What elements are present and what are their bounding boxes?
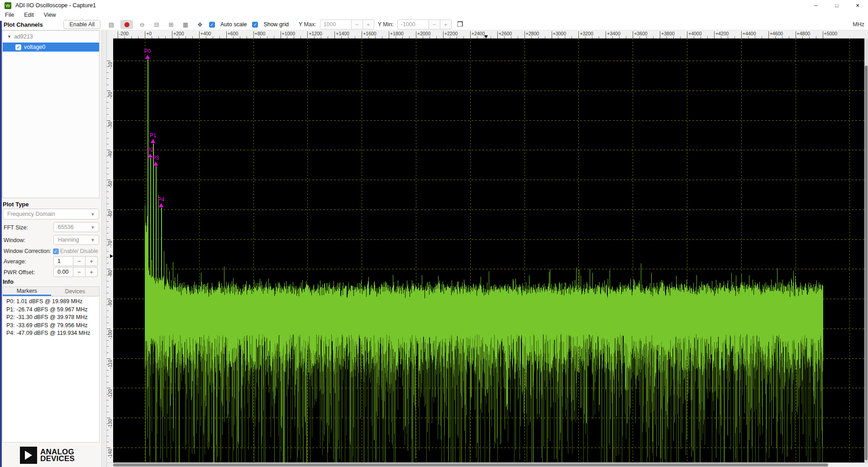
maximize-button[interactable]: □ xyxy=(826,0,847,11)
fft-size-label: FFT Size: xyxy=(4,224,28,231)
plot-marker-p3[interactable]: P3 xyxy=(150,155,162,166)
y-min-input[interactable]: -1000 xyxy=(397,19,429,29)
zoom-box-icon[interactable]: ⊟ xyxy=(151,21,162,28)
y-min-increment-button[interactable]: + xyxy=(440,19,452,29)
x-axis-major-tick xyxy=(578,31,579,38)
y-axis-minor-tick xyxy=(107,156,109,156)
x-axis-ruler[interactable]: -200+0+200+400+600+800+1000+1200+1400+16… xyxy=(107,30,868,38)
marker-info-row[interactable]: P1: -26.74 dBFS @ 59.967 MHz xyxy=(3,306,99,315)
plot-region: -200+0+200+400+600+800+1000+1200+1400+16… xyxy=(107,30,868,467)
tree-channel-row[interactable]: ✓ voltage0 xyxy=(3,43,99,52)
y-axis-ruler[interactable]: -10-20-30-40-50-60-70-80-90-100-110-120-… xyxy=(107,38,113,463)
spectrum-canvas[interactable] xyxy=(113,38,864,463)
y-max-input[interactable]: 1000 xyxy=(320,19,352,29)
sidebar: ▼ ad9213 ✓ voltage0 Plot Type Frequency … xyxy=(0,30,101,467)
logo-triangle-icon xyxy=(20,447,37,464)
x-axis-major-tick xyxy=(172,31,172,38)
y-axis-major-tick xyxy=(107,61,110,61)
pwr-offset-input[interactable]: 0.00 xyxy=(53,267,73,277)
x-axis-major-tick xyxy=(307,31,308,38)
minimize-button[interactable]: ─ xyxy=(806,0,826,11)
plot-marker-label: P2 xyxy=(144,147,156,153)
plot-type-dropdown[interactable]: Frequency Domain ▼ xyxy=(3,209,99,219)
x-axis-major-tick xyxy=(253,31,254,38)
y-max-decrement-button[interactable]: − xyxy=(352,19,363,29)
channel-tree: ▼ ad9213 ✓ voltage0 xyxy=(2,30,100,198)
x-axis-tick-label: +0 xyxy=(146,31,152,36)
channel-checkbox[interactable]: ✓ xyxy=(15,44,21,50)
x-axis-major-tick xyxy=(633,31,633,38)
vertical-scrollbar[interactable] xyxy=(864,38,868,463)
x-axis-tick-label: +4400 xyxy=(743,31,756,36)
marker-info-list: P0: 1.01 dBFS @ 19.989 MHzP1: -26.74 dBF… xyxy=(2,297,100,443)
zoom-out-icon[interactable]: ⊖ xyxy=(137,21,148,28)
y-axis-minor-tick xyxy=(107,67,109,67)
tree-device-row[interactable]: ▼ ad9213 xyxy=(3,31,99,41)
marker-info-row[interactable]: P3: -33.69 dBFS @ 79.956 MHz xyxy=(3,322,99,330)
show-grid-checkbox[interactable]: ✓ xyxy=(252,22,258,28)
marker-info-row[interactable]: P0: 1.01 dBFS @ 19.989 MHz xyxy=(3,298,99,306)
x-axis-major-tick xyxy=(443,31,444,38)
menu-view[interactable]: View xyxy=(44,12,56,18)
plot-marker-p4[interactable]: P4 xyxy=(155,197,167,207)
y-axis-major-tick xyxy=(107,180,110,180)
pwr-offset-increment-button[interactable]: + xyxy=(86,267,98,277)
capture-list-icon[interactable]: ▤ xyxy=(106,21,117,28)
y-axis-minor-tick xyxy=(107,215,109,216)
y-axis-major-tick xyxy=(107,91,110,91)
x-axis-tick-label: +3800 xyxy=(661,31,675,36)
fit-move-icon[interactable]: ✥ xyxy=(195,21,205,28)
pwr-offset-decrement-button[interactable]: − xyxy=(73,267,86,277)
y-axis-position-pointer xyxy=(110,254,113,258)
marker-info-row[interactable]: P2: -31.30 dBFS @ 39.978 MHz xyxy=(3,314,99,322)
y-axis-minor-tick xyxy=(107,191,109,192)
menu-edit[interactable]: Edit xyxy=(24,12,34,18)
x-axis-major-tick xyxy=(606,31,606,38)
x-axis-tick-label: +5000 xyxy=(824,31,838,36)
marker-arrow-icon xyxy=(145,55,150,59)
title-bar: ADI IIO Oscilloscope - Capture1 ─ □ ✕ xyxy=(0,0,868,11)
average-increment-button[interactable]: + xyxy=(86,256,98,266)
main-content: ▼ ad9213 ✓ voltage0 Plot Type Frequency … xyxy=(0,30,868,467)
average-label: Average: xyxy=(4,258,26,265)
record-icon xyxy=(124,22,129,27)
window-dropdown[interactable]: Hanning ▼ xyxy=(53,235,99,245)
horizontal-scrollbar-thumb[interactable] xyxy=(113,463,828,467)
enable-all-button[interactable]: Enable All xyxy=(63,20,100,29)
fft-size-dropdown[interactable]: 65536 ▼ xyxy=(53,222,99,232)
x-axis-tick-label: +2000 xyxy=(417,31,431,36)
y-axis-minor-tick xyxy=(107,287,109,287)
y-axis-minor-tick xyxy=(107,204,109,204)
horizontal-scrollbar[interactable] xyxy=(107,462,868,467)
new-plot-icon[interactable]: ❐ xyxy=(457,20,463,29)
x-axis-tick-label: +1800 xyxy=(390,31,404,36)
x-axis-major-tick xyxy=(660,31,660,38)
average-decrement-button[interactable]: − xyxy=(73,256,86,266)
close-button[interactable]: ✕ xyxy=(847,0,868,11)
auto-scale-checkbox[interactable]: ✓ xyxy=(209,22,215,28)
show-grid-label: Show grid xyxy=(263,21,289,28)
window-correction-checkbox[interactable]: ✓ xyxy=(53,248,59,254)
x-axis-major-tick xyxy=(281,31,281,38)
tab-devices[interactable]: Devices xyxy=(51,287,100,296)
record-button[interactable] xyxy=(120,20,133,29)
plot-marker-p0[interactable]: P0 xyxy=(142,48,153,59)
chevron-down-icon[interactable]: ▼ xyxy=(7,34,11,39)
x-axis-major-tick xyxy=(714,31,715,38)
y-axis-major-tick xyxy=(107,358,110,359)
grid-layout-icon[interactable]: ⊞ xyxy=(166,21,176,28)
marker-info-row[interactable]: P4: -47.09 dBFS @ 119.934 MHz xyxy=(3,330,99,338)
average-input[interactable]: 1 xyxy=(53,256,73,266)
y-min-decrement-button[interactable]: − xyxy=(429,19,440,29)
y-axis-minor-tick xyxy=(107,198,109,198)
menu-file[interactable]: File xyxy=(5,12,14,18)
vertical-scrollbar-thumb[interactable] xyxy=(865,66,868,460)
pane-splitter[interactable] xyxy=(101,30,107,467)
y-axis-minor-tick xyxy=(107,340,109,341)
y-max-increment-button[interactable]: + xyxy=(363,19,374,29)
plot-marker-p1[interactable]: P1 xyxy=(147,133,159,143)
tab-markers[interactable]: Markers xyxy=(3,287,51,296)
histogram-icon[interactable]: ▦ xyxy=(180,21,191,28)
x-axis-tick-label: +2200 xyxy=(444,31,458,36)
x-axis-tick-label: +2600 xyxy=(499,31,512,36)
